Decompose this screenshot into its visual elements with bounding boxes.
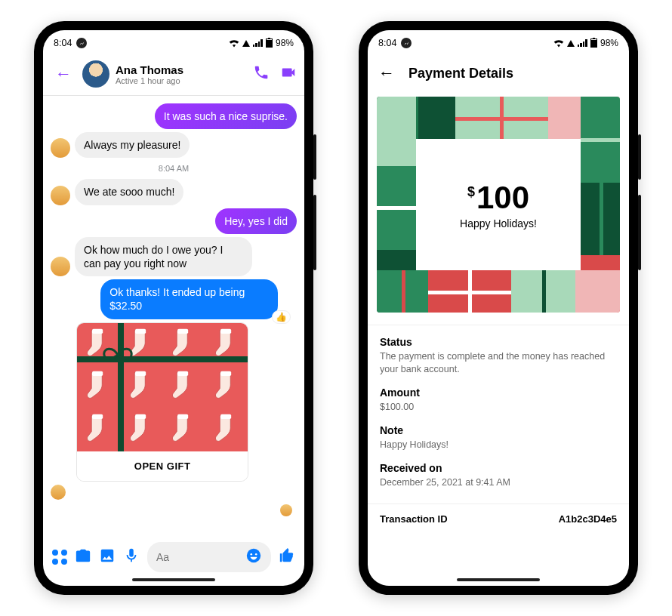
svg-rect-4 [92,371,103,376]
home-indicator[interactable] [132,578,215,581]
contact-avatar[interactable] [82,60,109,88]
section-value: Happy Holidays! [380,439,617,451]
message-sent: Ok thanks! It ended up being $32.50 👍 [51,279,297,319]
svg-rect-5 [135,371,146,376]
currency-symbol: $ [467,184,475,200]
typing-indicator-row [51,485,297,500]
sender-avatar [51,257,70,276]
phone-frame-right: 8:04 98% ← Payment Details [359,21,638,595]
signal-bars-icon [253,39,263,47]
svg-rect-9 [135,414,146,419]
phone-frame-left: 8:04 98% ← Ana Thomas Active 1 hour ago [34,21,313,595]
transaction-id-row[interactable]: Transaction ID A1b2c3D4e5 [368,504,629,534]
status-section: Status The payment is complete and the m… [380,336,617,376]
message-bubble[interactable]: Ok thanks! It ended up being $32.50 [100,279,278,319]
mic-button[interactable] [123,547,140,567]
svg-rect-3 [220,329,231,334]
message-input-container[interactable] [147,542,271,572]
phone-side-button [313,134,316,180]
signal-bars-icon [578,39,587,47]
messenger-icon [76,38,87,48]
payment-header: ← Payment Details [368,56,629,92]
phone-side-button [313,195,316,270]
gallery-button[interactable] [99,547,116,567]
txn-label: Transaction ID [380,513,448,525]
back-button[interactable]: ← [378,63,395,83]
payment-amount-display: $ 100 Happy Holidays! [416,139,581,270]
svg-rect-8 [92,414,103,419]
section-value: $100.00 [380,401,617,414]
battery-percent: 98% [276,38,294,48]
message-bubble[interactable]: We ate sooo much! [75,179,183,205]
payment-details-body: Status The payment is complete and the m… [368,325,629,504]
sender-avatar [51,186,70,205]
home-indicator[interactable] [457,578,540,581]
seen-avatar-icon [280,504,292,516]
message-received: We ate sooo much! [51,179,297,205]
emoji-button[interactable] [245,547,262,567]
gift-image [77,323,248,451]
message-sent: Hey, yes I did [51,208,297,234]
message-bubble[interactable]: Always my pleasure! [75,132,190,158]
back-button[interactable]: ← [51,61,76,87]
payment-screen: 8:04 98% ← Payment Details [368,30,629,586]
svg-rect-0 [92,329,103,334]
svg-rect-7 [220,371,231,376]
svg-rect-10 [177,414,188,419]
message-received: Always my pleasure! [51,132,297,158]
svg-rect-6 [177,371,188,376]
contact-info[interactable]: Ana Thomas Active 1 hour ago [116,63,253,85]
camera-button[interactable] [75,547,91,567]
amount-value: 100 [476,180,529,216]
amount-section: Amount $100.00 [380,387,617,414]
timestamp: 8:04 AM [51,164,297,173]
svg-point-12 [247,549,260,562]
messenger-icon [401,38,412,48]
note-section: Note Happy Holidays! [380,424,617,451]
contact-name: Ana Thomas [116,63,253,76]
wifi-icon [553,38,564,48]
chat-header: ← Ana Thomas Active 1 hour ago [43,56,304,96]
status-bar: 8:04 98% [43,30,304,56]
apps-button[interactable] [52,550,67,565]
sender-avatar [51,485,66,500]
section-label: Received on [380,462,617,474]
message-bubble[interactable]: Hey, yes I did [215,208,297,234]
payment-card: $ 100 Happy Holidays! [375,95,621,314]
svg-rect-11 [220,414,231,419]
message-reaction[interactable]: 👍 [272,310,291,324]
phone-side-button [638,195,641,270]
wifi-icon [229,38,239,48]
section-value: The payment is complete and the money ha… [380,350,617,376]
cell-signal-icon [242,40,250,47]
cell-signal-icon [567,40,575,47]
svg-rect-2 [177,329,188,334]
chat-screen: 8:04 98% ← Ana Thomas Active 1 hour ago [43,30,304,586]
received-section: Received on December 25, 2021 at 9:41 AM [380,462,617,489]
active-status: Active 1 hour ago [116,76,253,85]
status-time: 8:04 [378,38,396,48]
svg-point-13 [251,553,253,556]
section-label: Status [380,336,617,348]
svg-rect-1 [135,329,146,334]
voice-call-button[interactable] [253,64,270,84]
message-sent: It was such a nice suprise. [51,103,297,129]
message-bubble[interactable]: Ok how much do I owe you? I can pay you … [75,237,252,276]
svg-point-14 [255,553,257,556]
message-received: Ok how much do I owe you? I can pay you … [51,237,297,276]
message-list[interactable]: It was such a nice suprise. Always my pl… [43,96,304,536]
phone-side-button [638,134,641,180]
sender-avatar [51,138,70,158]
gift-card[interactable]: OPEN GIFT [76,322,248,482]
section-value: December 25, 2021 at 9:41 AM [380,476,617,489]
battery-icon [266,38,273,48]
like-button[interactable] [279,547,295,567]
open-gift-button[interactable]: OPEN GIFT [77,451,248,481]
payment-message: Happy Holidays! [460,217,537,229]
status-time: 8:04 [54,38,72,48]
battery-percent: 98% [600,38,618,48]
message-bubble[interactable]: It was such a nice suprise. [155,103,297,129]
message-input[interactable] [156,551,230,563]
video-call-button[interactable] [280,64,297,84]
section-label: Amount [380,387,617,399]
